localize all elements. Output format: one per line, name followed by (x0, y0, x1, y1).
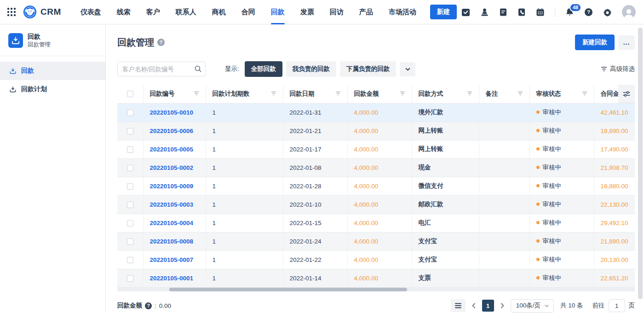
nav-item-3[interactable]: 联系人 (176, 0, 196, 24)
page-number-button[interactable]: 1 (482, 300, 494, 312)
nav-item-10[interactable]: 市场活动 (389, 0, 416, 24)
cell-amount: 4,000.00 (347, 122, 412, 140)
column-filter-icon[interactable] (271, 90, 276, 97)
row-checkbox[interactable] (127, 220, 133, 226)
table-row[interactable]: 20220105-000912022-01-284,000.00微信支付审核中1… (117, 177, 635, 195)
row-checkbox[interactable] (127, 110, 133, 116)
scope-button-2[interactable]: 下属负责的回款 (340, 61, 397, 77)
cell-method: 电汇 (412, 214, 479, 232)
table-row[interactable]: 20220105-000512022-01-174,000.00网上转账审核中1… (117, 140, 635, 158)
horizontal-scrollbar-thumb[interactable] (169, 288, 408, 291)
calendar-icon[interactable] (536, 8, 545, 17)
payment-id-link[interactable]: 20220105-0003 (150, 201, 194, 208)
row-checkbox[interactable] (127, 202, 133, 208)
select-all-checkbox[interactable] (127, 91, 133, 97)
nav-item-4[interactable]: 商机 (212, 0, 226, 24)
payment-id-link[interactable]: 20220105-0006 (150, 128, 194, 134)
nav-item-6[interactable]: 回款 (271, 0, 285, 24)
row-checkbox[interactable] (127, 238, 133, 245)
advanced-filter-button[interactable]: 高级筛选 (601, 65, 635, 73)
horizontal-scrollbar[interactable] (117, 288, 635, 291)
sidebar-item-1[interactable]: 回款计划 (0, 80, 105, 99)
pagination: 1 100条/页 共 10 条 前往 页 (451, 299, 635, 313)
table-row[interactable]: 20220105-000112022-01-144,000.00支票审核中22,… (117, 269, 635, 287)
nav-item-7[interactable]: 发票 (300, 0, 314, 24)
page-size-select[interactable]: 100条/页 (511, 299, 554, 313)
settings-gear-icon[interactable] (603, 8, 612, 17)
goto-page-input[interactable] (609, 299, 625, 312)
row-checkbox[interactable] (127, 165, 133, 171)
row-checkbox[interactable] (127, 257, 133, 263)
nav-item-0[interactable]: 仪表盘 (80, 0, 101, 24)
cell-date: 2022-01-24 (283, 232, 347, 250)
nav-item-2[interactable]: 客户 (146, 0, 160, 24)
column-filter-icon[interactable] (335, 90, 341, 97)
column-settings-icon[interactable] (618, 85, 635, 103)
sidebar-item-0[interactable]: 回款 (0, 62, 105, 80)
column-filter-icon[interactable] (518, 90, 523, 97)
column-filter-icon[interactable] (400, 90, 405, 97)
sum-help-icon[interactable] (145, 302, 152, 309)
table-row[interactable]: 20220105-000312022-01-104,000.00邮政汇款审核中2… (117, 195, 635, 214)
payment-id-link[interactable]: 20220105-0005 (150, 146, 194, 153)
nav-item-5[interactable]: 合同 (242, 0, 255, 24)
more-actions-button[interactable]: ... (618, 35, 635, 50)
table-row[interactable]: 20220105-000412022-01-154,000.00电汇审核中29,… (117, 214, 635, 232)
main-nav: 仪表盘线索客户联系人商机合同回款发票回访产品市场活动 (80, 0, 416, 24)
scope-button-1[interactable]: 我负责的回款 (286, 61, 336, 77)
phonebook-icon[interactable] (518, 8, 526, 17)
column-filter-icon[interactable] (467, 90, 472, 97)
user-avatar[interactable] (622, 5, 636, 19)
task-icon[interactable] (461, 8, 470, 17)
row-checkbox[interactable] (127, 128, 133, 134)
row-checkbox[interactable] (127, 183, 133, 190)
app-grid-icon[interactable] (7, 8, 16, 16)
notifications-bell-icon[interactable]: 48 (565, 7, 574, 17)
status-dot (536, 110, 540, 114)
cell-remark (479, 214, 529, 232)
next-page-icon[interactable] (499, 303, 506, 308)
document-icon[interactable] (499, 8, 507, 17)
scope-expand-button[interactable] (400, 62, 415, 76)
create-payment-button[interactable]: 新建回款 (575, 35, 615, 50)
table-row[interactable]: 20220105-000712022-01-224,000.00支付宝审核中20… (117, 250, 635, 269)
table-row[interactable]: 20220105-000612022-01-214,000.00网上转账审核中1… (117, 122, 635, 140)
scope-button-0[interactable]: 全部回款 (245, 61, 282, 77)
vertical-scrollbar-thumb[interactable] (638, 28, 643, 299)
payment-id-link[interactable]: 20220105-0004 (150, 220, 194, 226)
nav-item-1[interactable]: 线索 (117, 0, 131, 24)
cell-amount: 4,000.00 (347, 269, 412, 287)
search-input[interactable] (117, 62, 206, 76)
table-row[interactable]: 20220105-000812022-01-244,000.00支付宝审核中21… (117, 232, 635, 250)
cell-status: 审核中 (529, 214, 594, 232)
search-icon[interactable] (195, 65, 201, 74)
table-row[interactable]: 20220105-001012022-01-314,000.00境外汇款审核中4… (117, 103, 635, 122)
page-help-icon[interactable] (157, 39, 165, 46)
payment-id-link[interactable]: 20220105-0010 (150, 109, 194, 116)
payment-id-link[interactable]: 20220105-0007 (150, 256, 194, 263)
crm-logo-icon[interactable] (23, 5, 37, 19)
nav-item-9[interactable]: 产品 (359, 0, 373, 24)
column-filter-icon[interactable] (582, 90, 587, 97)
payment-id-link[interactable]: 20220105-0001 (150, 275, 194, 282)
payment-id-link[interactable]: 20220105-0009 (150, 183, 194, 190)
payment-id-link[interactable]: 20220105-0008 (150, 238, 194, 245)
nav-item-8[interactable]: 回访 (330, 0, 344, 24)
payment-id-link[interactable]: 20220105-0002 (150, 164, 194, 171)
cell-period: 1 (206, 140, 283, 158)
table-header-row: 回款编号回款计划期数回款日期回款金额回款方式备注审核状态合同金额 (117, 85, 635, 103)
cell-date: 2022-01-14 (283, 269, 347, 287)
approval-stamp-icon[interactable] (480, 8, 489, 17)
prev-page-icon[interactable] (470, 303, 477, 308)
view-mode-button[interactable] (451, 299, 466, 312)
new-button[interactable]: 新建 (430, 5, 457, 19)
cell-period: 1 (206, 177, 283, 195)
table-row[interactable]: 20220105-000212022-01-084,000.00现金审核中21,… (117, 158, 635, 177)
cell-method: 微信支付 (412, 177, 479, 195)
topbar-icons: 48 ? (461, 5, 636, 19)
row-checkbox[interactable] (127, 275, 133, 282)
help-icon[interactable]: ? (584, 8, 593, 17)
row-checkbox[interactable] (127, 146, 133, 153)
column-filter-icon[interactable] (194, 90, 199, 97)
sidebar-menu: 回款回款计划 (0, 56, 105, 99)
